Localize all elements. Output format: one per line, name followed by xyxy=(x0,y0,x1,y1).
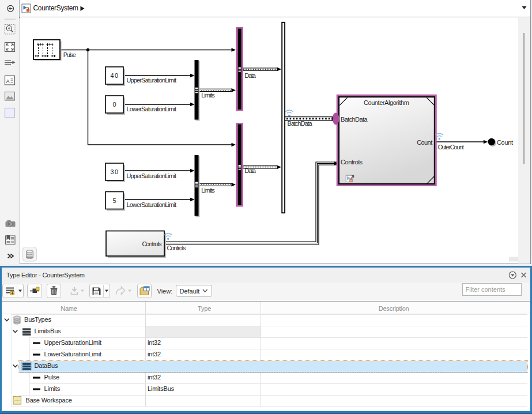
svg-text:UpperSaturationLimit: UpperSaturationLimit xyxy=(127,172,177,179)
svg-text:LowerSaturationLimit: LowerSaturationLimit xyxy=(127,201,177,208)
svg-text:LowerSaturationLimit: LowerSaturationLimit xyxy=(127,106,177,112)
svg-text:OuterCount: OuterCount xyxy=(438,144,464,150)
svg-text:Pulse: Pulse xyxy=(63,51,76,58)
svg-text:BatchData: BatchData xyxy=(288,120,313,127)
svg-text:BatchData: BatchData xyxy=(341,116,368,123)
svg-text:Filter contents: Filter contents xyxy=(465,286,505,293)
svg-text:Count: Count xyxy=(417,139,432,146)
svg-text:Data: Data xyxy=(244,72,256,79)
svg-text:Data: Data xyxy=(244,167,256,174)
svg-text:30: 30 xyxy=(111,168,119,175)
svg-text:UpperSaturationLimit: UpperSaturationLimit xyxy=(127,77,177,84)
svg-text:5: 5 xyxy=(112,197,116,204)
svg-text:40: 40 xyxy=(111,72,119,79)
svg-text:Default: Default xyxy=(179,288,199,295)
svg-text:Controls: Controls xyxy=(341,159,363,165)
svg-text:Controls: Controls xyxy=(142,240,162,247)
svg-text:Controls: Controls xyxy=(167,244,187,251)
svg-text:0: 0 xyxy=(112,101,116,108)
svg-text:Limits: Limits xyxy=(201,92,215,99)
svg-text:Count: Count xyxy=(497,139,513,146)
svg-text:View:: View: xyxy=(157,288,172,295)
svg-text:Limits: Limits xyxy=(201,187,215,194)
svg-text:CounterAlgorithm: CounterAlgorithm xyxy=(364,99,409,106)
svg-text:A: A xyxy=(6,78,10,84)
